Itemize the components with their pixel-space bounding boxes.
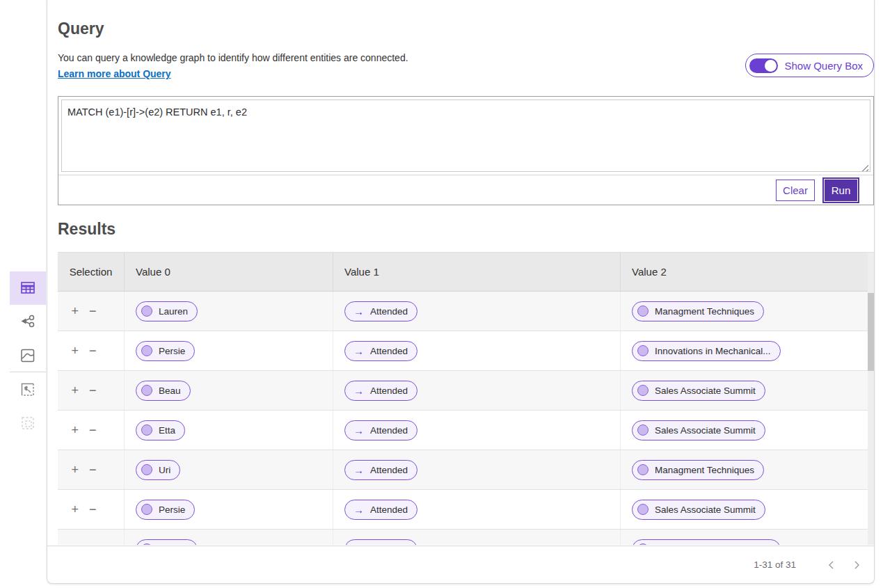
table-row: + − Beau →Attended Sales Associate Summi… (58, 371, 874, 411)
entity-pill[interactable]: Innovations in Mechanical... (632, 341, 781, 361)
add-to-selection-button[interactable]: + (71, 463, 79, 476)
column-header-value1: Value 1 (333, 253, 621, 291)
remove-from-selection-button[interactable]: − (89, 543, 97, 545)
page-title: Query (58, 19, 104, 38)
page-description: You can query a knowledge graph to ident… (58, 52, 408, 63)
entity-node-icon (141, 464, 152, 475)
remove-from-selection-button[interactable]: − (89, 344, 97, 357)
entity-node-icon (637, 385, 649, 396)
remove-from-selection-button[interactable]: − (89, 384, 97, 397)
entity-pill[interactable]: Lauren (136, 301, 198, 321)
table-icon (19, 279, 37, 297)
query-input[interactable]: MATCH (e1)-[r]->(e2) RETURN e1, r, e2 (61, 100, 870, 172)
remove-from-selection-button[interactable]: − (89, 463, 97, 476)
next-page-button[interactable] (848, 556, 866, 574)
arrow-right-icon: → (353, 306, 364, 317)
run-button[interactable]: Run (825, 180, 857, 201)
table-row: + − Lauren →Attended Innovations in Mech… (58, 530, 874, 545)
entity-pill[interactable]: Persie (136, 341, 195, 361)
entity-node-icon (141, 504, 152, 515)
add-to-selection-button[interactable]: + (71, 543, 79, 545)
arrow-right-icon: → (353, 346, 364, 356)
pagination-bar: 1-31 of 31 (47, 546, 874, 583)
add-to-selection-button[interactable]: + (71, 344, 79, 357)
entity-node-icon (141, 543, 152, 545)
results-title: Results (58, 220, 116, 239)
map-icon (19, 347, 37, 365)
pagination-range: 1-31 of 31 (754, 559, 796, 570)
rail-divider (10, 372, 46, 372)
prev-page-button[interactable] (822, 556, 841, 574)
relationship-pill[interactable]: →Attended (344, 500, 417, 520)
arrow-right-icon: → (353, 504, 364, 515)
chevron-right-icon (851, 559, 862, 571)
relationship-pill[interactable]: →Attended (344, 420, 417, 440)
table-row: + − Etta →Attended Sales Associate Summi… (58, 411, 874, 450)
add-to-selection-button[interactable]: + (71, 384, 79, 397)
entity-node-icon (141, 424, 152, 436)
entity-pill[interactable]: Etta (136, 420, 185, 440)
toggle-switch-icon[interactable] (749, 58, 778, 73)
entity-node-icon (637, 424, 649, 436)
entity-pill[interactable]: Persie (136, 500, 195, 520)
scrollbar-thumb[interactable] (868, 293, 874, 371)
add-to-selection-button[interactable]: + (71, 424, 79, 436)
entity-node-icon (141, 345, 152, 356)
add-to-selection-button[interactable]: + (71, 503, 79, 516)
query-panel: Query You can query a knowledge graph to… (47, 0, 875, 584)
entity-node-icon (141, 305, 152, 317)
learn-more-link[interactable]: Learn more about Query (58, 68, 171, 79)
arrow-right-icon: → (353, 465, 364, 475)
entity-pill[interactable]: Beau (136, 381, 191, 401)
table-header-row: Selection Value 0 Value 1 Value 2 (58, 253, 874, 292)
entity-pill[interactable]: Managment Techniques (632, 301, 764, 321)
remove-from-selection-button[interactable]: − (89, 305, 97, 317)
entity-node-icon (141, 385, 152, 396)
entity-pill[interactable]: Lauren (136, 539, 198, 546)
relationship-pill[interactable]: →Attended (344, 460, 417, 480)
table-row: + − Persie →Attended Innovations in Mech… (58, 331, 874, 371)
relationship-pill[interactable]: →Attended (344, 341, 417, 361)
remove-from-selection-button[interactable]: − (89, 503, 97, 516)
sidebar-item-add-to-map[interactable] (10, 380, 46, 399)
entity-node-icon (637, 504, 649, 515)
relationship-pill[interactable]: →Attended (344, 539, 417, 546)
table-row: + − Persie →Attended Sales Associate Sum… (58, 490, 874, 530)
selection-tool-icon (19, 414, 37, 432)
entity-pill[interactable]: Sales Associate Summit (632, 420, 765, 440)
table-row: + − Lauren →Attended Managment Technique… (58, 292, 874, 331)
sidebar-item-map-view[interactable] (10, 346, 46, 365)
show-query-box-toggle[interactable]: Show Query Box (745, 54, 874, 77)
add-to-map-icon (19, 381, 37, 399)
entity-pill[interactable]: Innovations in Mechanical... (632, 539, 781, 546)
sidebar-item-selection-tool (10, 413, 46, 433)
view-mode-rail (10, 271, 46, 433)
entity-node-icon (637, 345, 649, 356)
entity-node-icon (637, 305, 649, 317)
sidebar-item-table-view[interactable] (10, 271, 46, 305)
query-editor-box: MATCH (e1)-[r]->(e2) RETURN e1, r, e2 Cl… (58, 96, 874, 205)
relationship-pill[interactable]: →Attended (344, 301, 417, 321)
results-table: Selection Value 0 Value 1 Value 2 + − La… (58, 252, 874, 545)
toggle-knob (765, 60, 777, 72)
entity-pill[interactable]: Sales Associate Summit (632, 381, 765, 401)
column-header-selection: Selection (58, 253, 125, 291)
entity-pill[interactable]: Sales Associate Summit (632, 500, 765, 520)
arrow-right-icon: → (353, 544, 364, 546)
link-chart-icon (19, 312, 37, 331)
toggle-label: Show Query Box (784, 60, 863, 72)
relationship-pill[interactable]: →Attended (344, 381, 417, 401)
entity-node-icon (637, 464, 649, 475)
arrow-right-icon: → (353, 425, 364, 436)
clear-button[interactable]: Clear (776, 180, 815, 201)
column-header-value2: Value 2 (621, 253, 874, 291)
query-editor-toolbar: Clear Run (58, 175, 873, 205)
arrow-right-icon: → (353, 386, 364, 396)
table-row: + − Uri →Attended Managment Techniques (58, 450, 874, 490)
entity-pill[interactable]: Uri (136, 460, 180, 480)
entity-pill[interactable]: Managment Techniques (632, 460, 764, 480)
remove-from-selection-button[interactable]: − (89, 424, 97, 436)
table-scrollbar[interactable] (868, 253, 874, 545)
add-to-selection-button[interactable]: + (71, 305, 79, 317)
sidebar-item-link-chart-view[interactable] (10, 312, 46, 331)
